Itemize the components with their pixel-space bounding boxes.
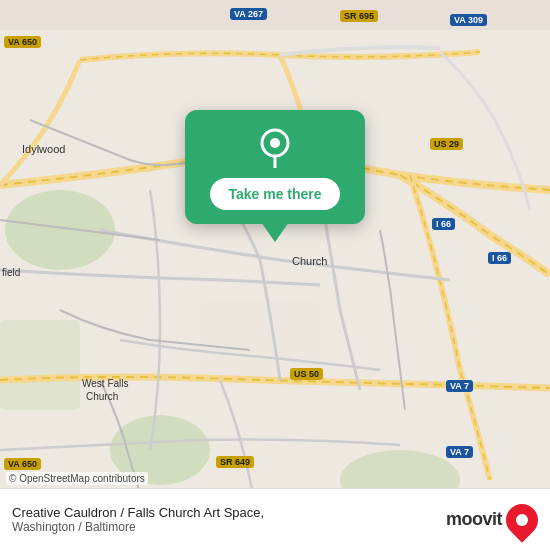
bottom-bar: Creative Cauldron / Falls Church Art Spa…: [0, 488, 550, 550]
osm-credit: © OpenStreetMap contributors: [6, 472, 148, 485]
moovit-icon: [499, 497, 544, 542]
badge-va267: VA 267: [230, 8, 267, 20]
badge-i66-right: I 66: [432, 218, 455, 230]
place-west-falls2: Church: [86, 391, 118, 402]
badge-va7-bot: VA 7: [446, 446, 473, 458]
place-west-falls: West Falls: [82, 378, 129, 389]
badge-va309: VA 309: [450, 14, 487, 26]
badge-us50: US 50: [290, 368, 323, 380]
map-container: VA 267 SR 695 VA 309 VA 650 I 66 US 29 I…: [0, 0, 550, 550]
place-field: field: [2, 267, 20, 278]
location-name: Creative Cauldron / Falls Church Art Spa…: [12, 505, 264, 520]
popup-card: Take me there: [185, 110, 365, 224]
svg-point-7: [270, 138, 280, 148]
location-pin-icon: [253, 124, 297, 168]
place-church: Church: [292, 255, 327, 267]
svg-point-1: [5, 190, 115, 270]
place-idylwood: Idylwood: [22, 143, 65, 155]
badge-sr649: SR 649: [216, 456, 254, 468]
moovit-wordmark: moovit: [446, 509, 502, 530]
badge-va650-top: VA 650: [4, 36, 41, 48]
badge-va7: VA 7: [446, 380, 473, 392]
badge-sr695: SR 695: [340, 10, 378, 22]
moovit-logo: moovit: [446, 504, 538, 536]
svg-rect-4: [0, 320, 80, 410]
badge-us29: US 29: [430, 138, 463, 150]
location-region: Washington / Baltimore: [12, 520, 264, 534]
badge-va650-bot: VA 650: [4, 458, 41, 470]
badge-i66-far-right: I 66: [488, 252, 511, 264]
take-me-there-button[interactable]: Take me there: [210, 178, 339, 210]
location-info: Creative Cauldron / Falls Church Art Spa…: [12, 505, 264, 534]
